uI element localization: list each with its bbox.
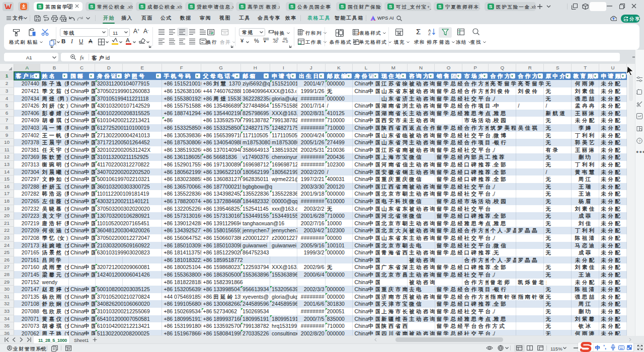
svg-text:Z: Z bbox=[428, 32, 431, 35]
svg-text:?: ? bbox=[638, 139, 640, 143]
